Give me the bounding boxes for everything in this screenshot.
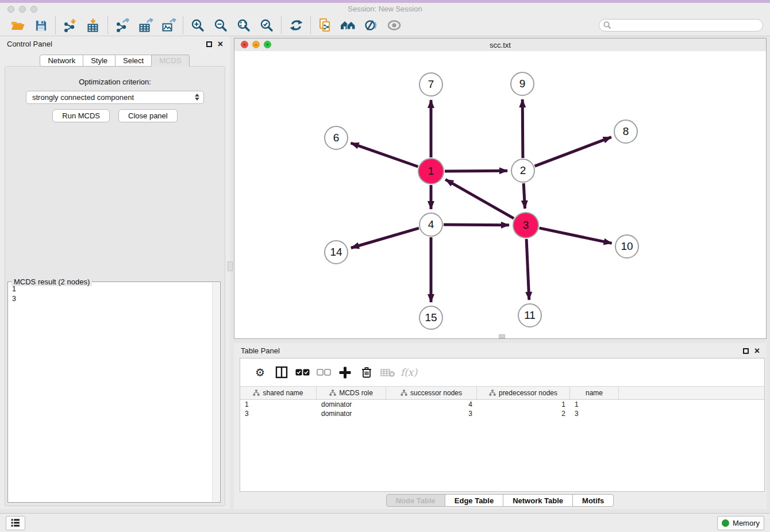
- task-history-button[interactable]: [6, 516, 25, 530]
- graph-node-15[interactable]: 15: [419, 306, 443, 330]
- graph-edge-3-1[interactable]: [445, 179, 514, 218]
- view-resize-handle[interactable]: [499, 334, 505, 338]
- graph-node-6[interactable]: 6: [324, 126, 348, 150]
- tab-style[interactable]: Style: [83, 55, 116, 67]
- column-header-predecessor-nodes[interactable]: predecessor nodes: [477, 387, 570, 399]
- graph-edge-1-6[interactable]: [351, 143, 418, 167]
- graph-edge-2-3[interactable]: [523, 183, 525, 209]
- optimization-label: Optimization criterion:: [5, 78, 225, 86]
- select-all-columns-button[interactable]: [292, 362, 313, 383]
- deselect-all-columns-button[interactable]: [313, 362, 334, 383]
- table-cell[interactable]: dominator: [317, 400, 386, 408]
- graph-edge-1-2[interactable]: [445, 171, 507, 171]
- close-view-button[interactable]: ×: [241, 41, 248, 48]
- graph-edge-3-10[interactable]: [540, 228, 612, 244]
- graph-edge-4-14[interactable]: [351, 228, 419, 248]
- export-table-button[interactable]: [134, 17, 157, 34]
- control-panel-tabs: NetworkStyleSelectMCDS: [0, 55, 230, 67]
- network-canvas[interactable]: 1234678910111415: [234, 51, 766, 338]
- graph-node-9[interactable]: 9: [510, 72, 534, 96]
- graph-node-2[interactable]: 2: [511, 159, 535, 183]
- import-network-button[interactable]: [59, 17, 82, 34]
- table-cell[interactable]: 2: [477, 410, 570, 418]
- result-scrollbar[interactable]: [212, 283, 220, 502]
- table-row[interactable]: 1dominator411: [240, 400, 764, 409]
- zoom-fit-button[interactable]: [232, 17, 255, 34]
- apply-layout-button[interactable]: [284, 17, 307, 34]
- mcds-result-line: 3: [12, 294, 211, 304]
- column-header-successor-nodes[interactable]: successor nodes: [386, 387, 477, 399]
- export-network-button[interactable]: [111, 17, 134, 34]
- graph-edge-3-11[interactable]: [526, 239, 529, 300]
- graph-edge-4-3[interactable]: [444, 225, 509, 225]
- close-panel-button[interactable]: Close panel: [118, 109, 178, 122]
- table-tabs: Node TableEdge TableNetwork TableMotifs: [234, 494, 767, 507]
- graph-node-8[interactable]: 8: [614, 119, 638, 144]
- table-tab-edge-table[interactable]: Edge Table: [445, 494, 503, 507]
- tab-mcds[interactable]: MCDS: [151, 55, 189, 67]
- export-image-button[interactable]: [157, 17, 180, 34]
- column-header-name[interactable]: name: [570, 387, 619, 399]
- search-input[interactable]: [599, 19, 763, 32]
- table-tab-node-table[interactable]: Node Table: [386, 494, 445, 507]
- network-view-window: × − + scc.txt 1234678910111415: [234, 38, 767, 339]
- table-tab-network-table[interactable]: Network Table: [503, 494, 573, 507]
- graph-edge-2-8[interactable]: [535, 137, 611, 167]
- table-cell[interactable]: 1: [477, 400, 570, 408]
- graph-node-7[interactable]: 7: [419, 72, 443, 97]
- table-tab-motifs[interactable]: Motifs: [572, 494, 614, 507]
- control-panel-title: Control Panel: [7, 40, 52, 48]
- tab-network[interactable]: Network: [40, 55, 83, 67]
- graph-node-11[interactable]: 11: [518, 303, 542, 327]
- home-button[interactable]: [337, 17, 360, 34]
- column-header-mcds-role[interactable]: MCDS role: [317, 387, 386, 399]
- create-column-button[interactable]: [334, 362, 356, 383]
- hide-panels-button[interactable]: [360, 17, 383, 34]
- tab-select[interactable]: Select: [115, 55, 152, 67]
- run-mcds-button[interactable]: Run MCDS: [52, 109, 110, 122]
- delete-table-button[interactable]: [377, 362, 398, 383]
- graph-node-14[interactable]: 14: [324, 240, 348, 264]
- zoom-in-button[interactable]: [186, 17, 209, 34]
- column-type-icon: [401, 390, 407, 396]
- save-session-button[interactable]: [29, 17, 52, 34]
- import-table-button[interactable]: [82, 17, 105, 34]
- open-session-button[interactable]: [6, 17, 29, 34]
- optimization-select[interactable]: strongly connected component: [26, 91, 204, 104]
- delete-columns-button[interactable]: [356, 362, 377, 383]
- table-cell[interactable]: 3: [570, 410, 619, 418]
- table-cell[interactable]: 1: [240, 400, 317, 408]
- clone-network-button[interactable]: [314, 17, 337, 34]
- minimize-view-button[interactable]: −: [252, 41, 260, 48]
- float-panel-icon[interactable]: [206, 41, 212, 47]
- main-toolbar: [0, 15, 770, 36]
- graph-node-4[interactable]: 4: [419, 213, 443, 237]
- graph-node-10[interactable]: 10: [615, 234, 639, 259]
- zoom-selected-button[interactable]: [255, 17, 278, 34]
- zoom-fit-icon: [237, 18, 251, 33]
- show-panels-button[interactable]: [383, 17, 406, 34]
- table-cell[interactable]: 1: [570, 400, 619, 408]
- table-row[interactable]: 3dominator323: [240, 409, 764, 418]
- table-cell[interactable]: 3: [386, 410, 477, 418]
- graph-node-3[interactable]: 3: [513, 212, 539, 238]
- deselect-all-icon: [317, 369, 331, 376]
- table-cell[interactable]: 3: [240, 410, 317, 418]
- memory-button[interactable]: Memory: [717, 516, 764, 530]
- show-columns-button[interactable]: [271, 362, 292, 383]
- close-panel-icon[interactable]: ×: [218, 41, 223, 47]
- table-options-button[interactable]: ⚙: [249, 362, 271, 383]
- close-table-panel-icon[interactable]: ×: [754, 348, 760, 354]
- float-table-panel-icon[interactable]: [743, 348, 749, 354]
- graph-node-1[interactable]: 1: [418, 158, 444, 184]
- table-cell[interactable]: 4: [386, 400, 477, 408]
- table-toolbar: ⚙ f(x): [240, 358, 764, 386]
- apply-function-button[interactable]: f(x): [398, 362, 419, 383]
- panel-splitter-handle[interactable]: [228, 261, 233, 271]
- maximize-view-button[interactable]: +: [264, 41, 271, 48]
- table-cell[interactable]: dominator: [317, 410, 386, 418]
- zoom-out-button[interactable]: [209, 17, 232, 34]
- column-type-icon: [253, 390, 260, 396]
- graph-edge-2-9[interactable]: [522, 99, 523, 158]
- column-header-shared-name[interactable]: shared name: [240, 387, 317, 399]
